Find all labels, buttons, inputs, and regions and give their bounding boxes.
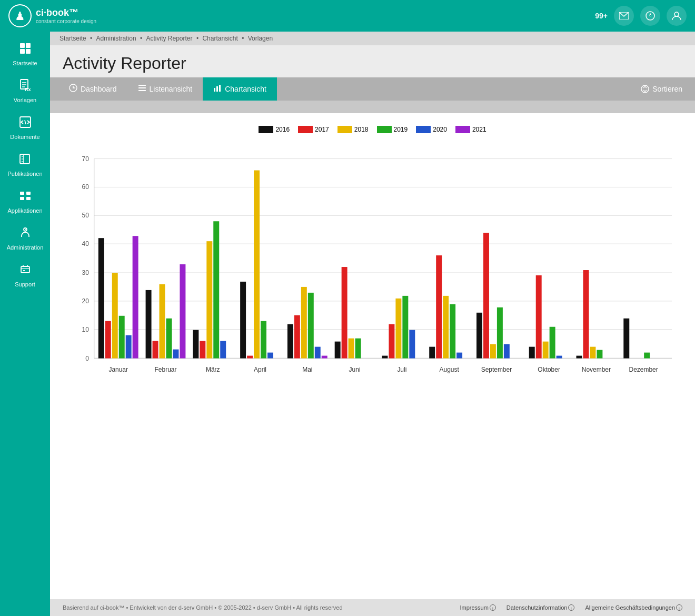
logo-area: ♟ ci·book™ constant corporate design <box>8 4 595 27</box>
svg-text:März: März <box>206 366 220 373</box>
svg-point-19 <box>22 156 23 157</box>
svg-rect-119 <box>504 344 510 359</box>
legend-2021: 2021 <box>455 126 486 133</box>
svg-rect-39 <box>216 86 218 92</box>
svg-text:30: 30 <box>82 269 90 276</box>
legend-color-2017 <box>298 126 313 133</box>
svg-text:i: i <box>679 606 680 611</box>
svg-text:Rx: Rx <box>25 87 31 92</box>
svg-rect-122 <box>529 347 535 359</box>
legend-color-2019 <box>377 126 392 133</box>
svg-rect-70 <box>173 350 178 359</box>
apps-icon <box>19 190 32 205</box>
sort-button[interactable]: Sortieren <box>637 85 687 93</box>
email-button[interactable] <box>614 6 634 26</box>
legend-label-2016: 2016 <box>275 126 290 133</box>
svg-rect-97 <box>355 339 361 359</box>
bar-chart: .axis-label { font: 12px Arial; fill: #5… <box>63 137 682 411</box>
sidebar-item-vorlagen[interactable]: Rx Vorlagen <box>0 73 50 110</box>
sort-button-label: Sortieren <box>652 85 682 93</box>
admin-icon <box>19 226 32 242</box>
chart-icon <box>213 84 222 94</box>
svg-text:60: 60 <box>82 183 90 191</box>
svg-rect-112 <box>456 353 462 359</box>
tab-listenansicht-label: Listenansicht <box>150 85 193 93</box>
logo-main-text: ci·book™ <box>36 7 96 18</box>
svg-rect-69 <box>166 319 172 359</box>
header-right: 99+ <box>595 6 687 26</box>
svg-rect-59 <box>98 238 104 358</box>
tab-chartansicht[interactable]: Chartansicht <box>203 77 277 101</box>
svg-rect-117 <box>490 344 496 359</box>
svg-rect-111 <box>450 304 455 359</box>
footer-link-agb[interactable]: Allgemeine Geschäftsbedingungen i <box>585 604 682 611</box>
svg-rect-63 <box>126 335 132 359</box>
sidebar-item-dokumente[interactable]: Dokumente <box>0 110 50 146</box>
header: ♟ ci·book™ constant corporate design 99+ <box>0 0 695 32</box>
legend-color-2018 <box>337 126 352 133</box>
svg-rect-7 <box>20 43 25 48</box>
svg-rect-73 <box>193 330 198 359</box>
sidebar-item-applikationen[interactable]: Applikationen <box>0 183 50 220</box>
svg-rect-83 <box>261 321 266 359</box>
sidebar-item-startseite[interactable]: Startseite <box>0 36 50 73</box>
breadcrumb-sep4: • <box>242 35 246 42</box>
legend-label-2019: 2019 <box>394 126 408 133</box>
svg-rect-94 <box>335 342 341 359</box>
footer-link-impressum[interactable]: Impressum i <box>460 604 495 611</box>
breadcrumb-vorlagen: Vorlagen <box>248 35 273 42</box>
compass-button[interactable] <box>640 6 660 26</box>
logo-sub-text: constant corporate design <box>36 18 96 24</box>
svg-text:Dezember: Dezember <box>629 366 658 373</box>
svg-rect-37 <box>138 90 146 91</box>
svg-rect-24 <box>20 197 24 200</box>
sidebar-label-vorlagen: Vorlagen <box>14 97 36 103</box>
bar-chart-container: .axis-label { font: 12px Arial; fill: #5… <box>63 137 682 411</box>
svg-rect-88 <box>294 315 300 359</box>
svg-text:50: 50 <box>82 212 90 219</box>
grid-icon <box>19 42 32 58</box>
legend-label-2021: 2021 <box>472 126 486 133</box>
svg-rect-40 <box>219 85 221 92</box>
code-icon <box>19 116 32 132</box>
svg-rect-116 <box>483 233 489 358</box>
book-icon <box>19 153 32 168</box>
sidebar-label-administration: Administration <box>7 244 44 251</box>
svg-text:November: November <box>582 366 611 373</box>
tab-dashboard[interactable]: Dashboard <box>58 77 127 101</box>
sidebar-label-support: Support <box>15 281 35 287</box>
sidebar-label-publikationen: Publikationen <box>7 171 42 177</box>
svg-rect-74 <box>200 341 205 359</box>
svg-rect-108 <box>429 347 435 359</box>
sidebar-item-administration[interactable]: Administration <box>0 220 50 257</box>
sidebar-label-applikationen: Applikationen <box>7 207 42 214</box>
tab-listenansicht[interactable]: Listenansicht <box>127 77 203 101</box>
svg-rect-9 <box>20 49 25 54</box>
sidebar-item-support[interactable]: Support <box>0 257 50 294</box>
svg-rect-102 <box>389 324 394 359</box>
footer-link-datenschutz[interactable]: Datenschutzinformation i <box>507 604 575 611</box>
logo-icon: ♟ <box>8 4 32 27</box>
svg-point-20 <box>22 158 23 160</box>
breadcrumb-activity-reporter: Activity Reporter <box>146 35 193 42</box>
user-button[interactable] <box>667 6 687 26</box>
legend-color-2016 <box>259 126 273 133</box>
svg-text:i: i <box>492 606 493 611</box>
svg-text:70: 70 <box>82 155 90 163</box>
svg-text:40: 40 <box>82 240 90 247</box>
svg-text:10: 10 <box>82 326 90 333</box>
breadcrumb-administration: Administration <box>96 35 136 42</box>
svg-rect-115 <box>476 313 482 359</box>
dashboard-icon <box>69 84 77 94</box>
svg-rect-136 <box>623 319 629 359</box>
svg-rect-25 <box>26 197 31 200</box>
sidebar-label-startseite: Startseite <box>13 60 37 66</box>
svg-rect-32 <box>23 270 25 271</box>
file-icon: Rx <box>19 79 31 95</box>
breadcrumb-startseite: Startseite <box>59 35 86 42</box>
sidebar-item-publikationen[interactable]: Publikationen <box>0 146 50 183</box>
legend-2017: 2017 <box>298 126 329 133</box>
svg-text:20: 20 <box>82 297 90 305</box>
legend-color-2021 <box>455 126 470 133</box>
sidebar-label-dokumente: Dokumente <box>10 134 39 140</box>
